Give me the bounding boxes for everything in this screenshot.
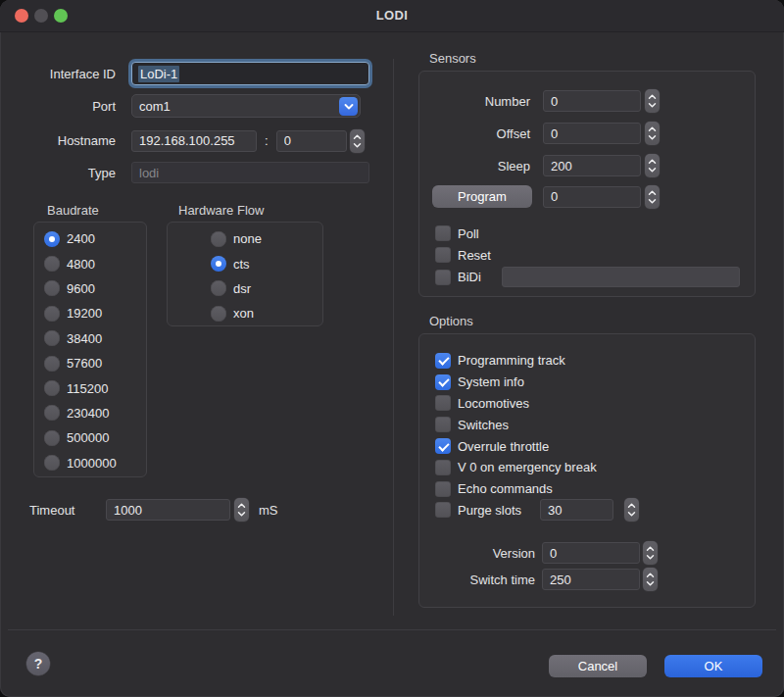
bidi-checkbox[interactable]	[435, 270, 451, 285]
radio-icon[interactable]	[44, 306, 60, 322]
option-locomotives[interactable]: Locomotives	[435, 393, 639, 415]
poll-checkbox-row[interactable]: Poll	[435, 224, 479, 243]
checkbox-label: Echo commands	[458, 481, 553, 496]
checkbox-icon[interactable]	[435, 502, 451, 518]
chevron-up-icon	[627, 503, 636, 509]
chevron-down-icon	[646, 554, 655, 560]
switch-time-row: Switch time	[419, 569, 753, 590]
checkbox-icon[interactable]	[435, 417, 451, 432]
checkbox-icon[interactable]	[435, 438, 451, 454]
switch-time-input[interactable]	[542, 569, 640, 590]
timeout-stepper[interactable]	[234, 498, 249, 522]
sensors-offset-stepper[interactable]	[645, 122, 660, 145]
timeout-row: Timeout mS	[0, 499, 387, 521]
bidi-input[interactable]	[502, 267, 740, 287]
reset-checkbox[interactable]	[435, 247, 451, 263]
checkbox-icon[interactable]	[435, 374, 451, 390]
sensors-group-title: Sensors	[429, 51, 476, 66]
checkbox-icon[interactable]	[435, 395, 451, 411]
checkbox-icon[interactable]	[435, 481, 451, 497]
radio-icon[interactable]	[44, 231, 60, 247]
radio-option-dsr[interactable]: dsr	[211, 276, 322, 301]
radio-icon[interactable]	[211, 256, 226, 272]
sensors-sleep-stepper[interactable]	[645, 154, 660, 177]
radio-icon[interactable]	[44, 380, 60, 396]
radio-option-none[interactable]: none	[211, 226, 322, 251]
version-input[interactable]	[542, 542, 640, 564]
cancel-button[interactable]: Cancel	[549, 655, 647, 677]
option-purge-slots[interactable]: Purge slots	[435, 500, 639, 522]
chevron-down-icon[interactable]	[339, 97, 358, 116]
radio-option-230400[interactable]: 230400	[44, 401, 146, 425]
checkbox-label: V 0 on emergency break	[458, 460, 597, 474]
sensors-number-stepper[interactable]	[645, 89, 660, 113]
radio-icon[interactable]	[44, 430, 60, 446]
radio-icon[interactable]	[44, 405, 60, 421]
radio-option-xon[interactable]: xon	[211, 301, 322, 325]
hardware-flow-group: nonectsdsrxon	[167, 222, 323, 326]
bidi-checkbox-row[interactable]: BiDi	[435, 267, 753, 287]
checkbox-label: Purge slots	[458, 503, 521, 518]
baudrate-group: 2400480096001920038400576001152002304005…	[33, 222, 147, 477]
checkbox-icon[interactable]	[435, 460, 451, 475]
radio-option-cts[interactable]: cts	[211, 251, 322, 275]
reset-label: Reset	[458, 248, 491, 263]
radio-option-2400[interactable]: 2400	[44, 226, 146, 251]
reset-checkbox-row[interactable]: Reset	[435, 245, 491, 265]
radio-icon[interactable]	[211, 306, 226, 322]
timeout-input[interactable]	[106, 499, 230, 521]
ok-button[interactable]: OK	[664, 655, 762, 677]
sensors-program-stepper[interactable]	[645, 185, 660, 209]
option-programming-track[interactable]: Programming track	[435, 350, 639, 372]
option-overrule-throttle[interactable]: Overrule throttle	[435, 435, 639, 457]
radio-option-500000[interactable]: 500000	[44, 425, 146, 450]
hostname-separator: :	[265, 133, 269, 148]
version-stepper[interactable]	[643, 541, 658, 565]
footer-separator	[8, 629, 776, 630]
radio-option-19200[interactable]: 19200	[44, 301, 146, 325]
option-switches[interactable]: Switches	[435, 414, 639, 435]
radio-icon[interactable]	[211, 231, 226, 247]
program-button[interactable]: Program	[432, 185, 532, 208]
hardware-flow-group-title: Hardware Flow	[178, 203, 264, 218]
hostname-port-stepper[interactable]	[350, 129, 365, 153]
sensors-number-input[interactable]	[543, 90, 641, 112]
radio-icon[interactable]	[44, 280, 60, 296]
sensors-sleep-input[interactable]	[543, 155, 641, 176]
type-input[interactable]	[131, 162, 369, 183]
hostname-input[interactable]	[131, 130, 257, 152]
help-button[interactable]: ?	[26, 652, 50, 675]
radio-option-1000000[interactable]: 1000000	[44, 451, 146, 475]
sensors-sleep-label: Sleep	[419, 159, 530, 174]
radio-icon[interactable]	[211, 280, 226, 296]
port-dropdown[interactable]: com1	[131, 94, 361, 118]
dialog-window: LODI Interface ID LoDi-1 Port com1 Hostn…	[0, 0, 784, 697]
poll-checkbox[interactable]	[435, 225, 451, 241]
sensors-program-input[interactable]	[543, 186, 641, 208]
option-echo-commands[interactable]: Echo commands	[435, 478, 639, 500]
radio-icon[interactable]	[44, 330, 60, 346]
radio-option-4800[interactable]: 4800	[44, 251, 146, 275]
chevron-down-icon	[648, 198, 657, 204]
baudrate-group-title: Baudrate	[47, 203, 99, 218]
sensors-group: Number Offset Sleep Program Poll Reset	[418, 71, 756, 297]
radio-icon[interactable]	[44, 455, 60, 471]
interface-id-field[interactable]: LoDi-1	[131, 62, 369, 85]
switch-time-stepper[interactable]	[643, 568, 658, 591]
radio-option-9600[interactable]: 9600	[44, 276, 146, 301]
interface-id-value: LoDi-1	[138, 66, 179, 82]
purge-slots-input[interactable]	[540, 499, 613, 521]
chevron-up-icon	[353, 134, 362, 140]
option-v-0-on-emergency-break[interactable]: V 0 on emergency break	[435, 457, 639, 478]
checkbox-icon[interactable]	[435, 353, 451, 369]
option-system-info[interactable]: System info	[435, 372, 639, 393]
radio-label: xon	[233, 306, 254, 321]
sensors-offset-input[interactable]	[543, 123, 641, 144]
radio-option-38400[interactable]: 38400	[44, 326, 146, 351]
radio-icon[interactable]	[44, 256, 60, 272]
hostname-port-input[interactable]	[276, 130, 347, 152]
radio-option-57600[interactable]: 57600	[44, 351, 146, 375]
purge-slots-stepper[interactable]	[624, 498, 639, 522]
radio-option-115200[interactable]: 115200	[44, 375, 146, 400]
radio-icon[interactable]	[44, 356, 60, 372]
